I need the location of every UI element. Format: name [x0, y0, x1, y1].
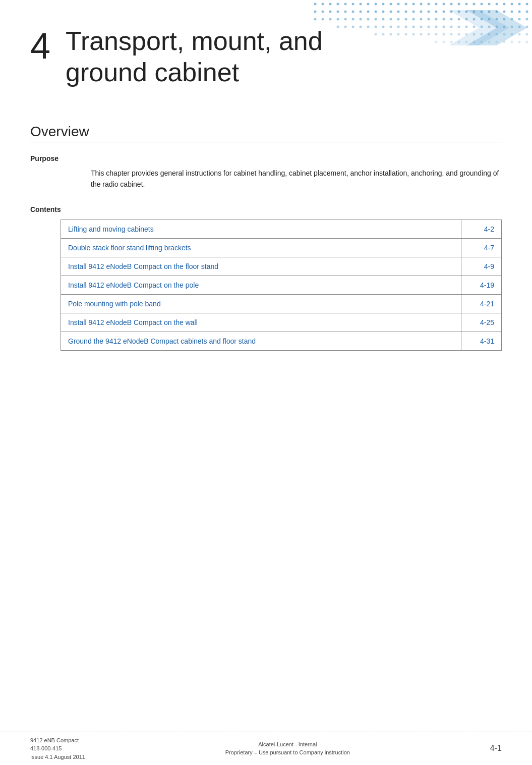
footer-left: 9412 eNB Compact 418-000-415 Issue 4.1 A… — [30, 736, 85, 761]
toc-item-page: 4-21 — [461, 294, 502, 313]
footer-company: Alcatel-Lucent - Internal — [258, 741, 317, 747]
overview-section: Overview Purpose This chapter provides g… — [0, 103, 532, 361]
toc-item-page: 4-19 — [461, 276, 502, 294]
footer-product: 9412 eNB Compact — [30, 737, 79, 743]
toc-item-page: 4-7 — [461, 238, 502, 257]
contents-table: Lifting and moving cabinets4-2Double sta… — [61, 220, 502, 351]
table-row[interactable]: Lifting and moving cabinets4-2 — [61, 220, 502, 238]
chapter-number: 4 — [30, 28, 50, 64]
chapter-header: 4 Transport, mount, and ground cabinet — [0, 0, 532, 103]
table-row[interactable]: Install 9412 eNodeB Compact on the wall4… — [61, 313, 502, 332]
overview-heading: Overview — [30, 124, 502, 142]
table-row[interactable]: Install 9412 eNodeB Compact on the floor… — [61, 257, 502, 276]
toc-item-title[interactable]: Install 9412 eNodeB Compact on the floor… — [61, 257, 461, 276]
footer-page-number: 4-1 — [490, 744, 502, 753]
table-row[interactable]: Double stack floor stand lifting bracket… — [61, 238, 502, 257]
toc-item-title[interactable]: Install 9412 eNodeB Compact on the wall — [61, 313, 461, 332]
contents-label: Contents — [30, 205, 502, 213]
table-row[interactable]: Install 9412 eNodeB Compact on the pole4… — [61, 276, 502, 294]
toc-item-page: 4-25 — [461, 313, 502, 332]
toc-item-page: 4-9 — [461, 257, 502, 276]
toc-item-page: 4-2 — [461, 220, 502, 238]
toc-item-page: 4-31 — [461, 332, 502, 350]
footer-proprietary: Proprietary – Use pursuant to Company in… — [225, 749, 350, 755]
table-row[interactable]: Ground the 9412 eNodeB Compact cabinets … — [61, 332, 502, 350]
page-footer: 9412 eNB Compact 418-000-415 Issue 4.1 A… — [0, 732, 532, 766]
footer-center: Alcatel-Lucent - Internal Proprietary – … — [225, 740, 350, 757]
purpose-text: This chapter provides general instructio… — [30, 168, 502, 190]
toc-item-title[interactable]: Ground the 9412 eNodeB Compact cabinets … — [61, 332, 461, 350]
purpose-label: Purpose — [30, 154, 502, 162]
toc-item-title[interactable]: Pole mounting with pole band — [61, 294, 461, 313]
page-container: 4 Transport, mount, and ground cabinet O… — [0, 0, 532, 765]
table-row[interactable]: Pole mounting with pole band4-21 — [61, 294, 502, 313]
chapter-title: Transport, mount, and ground cabinet — [66, 25, 502, 88]
toc-item-title[interactable]: Double stack floor stand lifting bracket… — [61, 238, 461, 257]
footer-part-number: 418-000-415 — [30, 745, 62, 751]
footer-issue-date: Issue 4.1 August 2011 — [30, 754, 85, 760]
toc-item-title[interactable]: Lifting and moving cabinets — [61, 220, 461, 238]
chapter-title-line1: Transport, mount, and — [66, 26, 323, 56]
toc-item-title[interactable]: Install 9412 eNodeB Compact on the pole — [61, 276, 461, 294]
chapter-title-line2: ground cabinet — [66, 58, 239, 87]
